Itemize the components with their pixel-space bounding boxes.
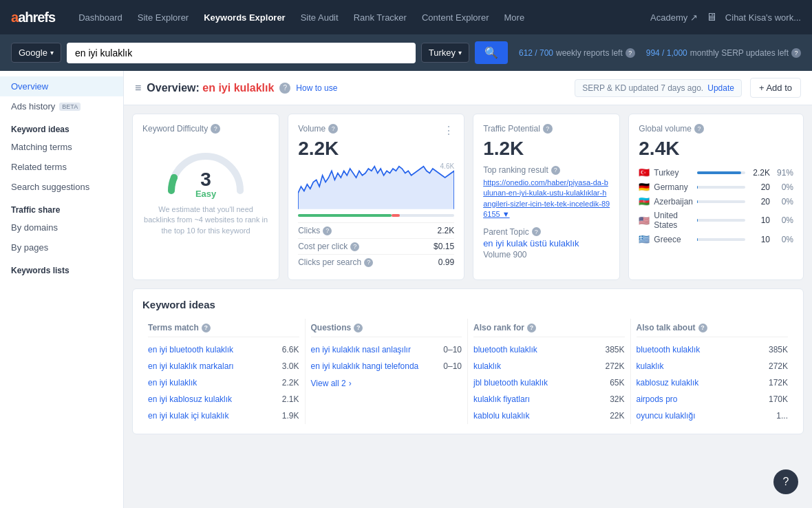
ki-value-3-4: 1... xyxy=(776,411,788,421)
ki-value-2-4: 22K xyxy=(610,411,624,421)
cps-help[interactable]: ? xyxy=(364,258,373,267)
ki-value-2-2: 65K xyxy=(610,378,624,388)
sidebar-item-ads-history[interactable]: Ads history BETA xyxy=(0,96,123,116)
nav-site-audit[interactable]: Site Audit xyxy=(294,8,345,27)
ki-link-2-2[interactable]: jbl bluetooth kulaklık xyxy=(473,378,548,388)
nav-content-explorer[interactable]: Content Explorer xyxy=(415,8,496,27)
page-header: ≡ Overview: en iyi kulaklık ? How to use… xyxy=(124,71,812,105)
kd-help-icon[interactable]: ? xyxy=(211,124,220,134)
country-bar-container-1 xyxy=(697,186,745,189)
clicks-help[interactable]: ? xyxy=(323,226,332,235)
sidebar-item-overview[interactable]: Overview xyxy=(0,76,123,96)
keyword-ideas-grid: Terms match ? en iyi bluetooth kulaklık … xyxy=(142,319,793,424)
ki-header-help-0[interactable]: ? xyxy=(202,324,211,332)
weekly-value: 612 / 700 xyxy=(519,48,553,58)
search-bar: Google ▾ Turkey ▾ 🔍 612 / 700 weekly rep… xyxy=(0,34,812,71)
ki-link-0-0[interactable]: en iyi bluetooth kulaklık xyxy=(148,345,233,354)
gv-value: 2.4K xyxy=(639,138,793,160)
ranking-url-link[interactable]: https://onedio.com/haber/piyasa-da-bulun… xyxy=(483,178,610,220)
ki-link-2-0[interactable]: bluetooth kulaklık xyxy=(473,345,537,354)
country-name-1: Germany xyxy=(654,182,693,192)
keyword-ideas-section: Keyword ideas Terms match ? en iyi bluet… xyxy=(132,288,804,434)
cpc-help[interactable]: ? xyxy=(350,242,359,251)
ki-row-3-1: kulaklık 272K xyxy=(637,358,789,374)
ki-link-2-1[interactable]: kulaklık xyxy=(473,361,501,371)
country-flag-3: 🇺🇸 xyxy=(639,215,650,226)
nav-dashboard[interactable]: Dashboard xyxy=(72,8,129,27)
nav-academy[interactable]: Academy ↗ xyxy=(650,12,698,23)
ki-link-0-1[interactable]: en iyi kulaklık markaları xyxy=(148,361,234,371)
kd-note: We estimate that you'll need backlinks f… xyxy=(142,204,269,236)
sidebar-item-related-terms[interactable]: Related terms xyxy=(0,157,123,177)
ki-link-0-3[interactable]: en iyi kablosuz kulaklık xyxy=(148,394,232,404)
volume-menu-dots[interactable]: ⋮ xyxy=(443,124,454,137)
weekly-stat: 612 / 700 weekly reports left ? xyxy=(519,48,635,58)
ki-value-3-3: 170K xyxy=(769,394,788,404)
country-vol-0: 2.2K xyxy=(749,168,770,178)
volume-help-icon[interactable]: ? xyxy=(328,124,338,134)
country-name-4: Greece xyxy=(654,235,693,244)
ki-view-all-1[interactable]: View all 2 › xyxy=(311,379,462,388)
ki-link-3-0[interactable]: bluetooth kulaklık xyxy=(637,345,701,354)
monthly-help[interactable]: ? xyxy=(791,48,801,58)
nav-more[interactable]: More xyxy=(498,8,532,27)
nav-user[interactable]: Cihat Kisa's work... xyxy=(725,12,801,23)
hamburger-icon[interactable]: ≡ xyxy=(135,82,141,94)
ki-link-3-3[interactable]: airpods pro xyxy=(637,394,678,404)
ki-link-1-0[interactable]: en iyi kulaklık nasıl anlaşılır xyxy=(311,345,411,354)
ki-link-1-1[interactable]: en iyi kulaklık hangi telefonda xyxy=(311,361,419,371)
parent-topic-link[interactable]: en iyi kulak üstü kulaklık xyxy=(483,238,610,248)
volume-card: Volume ? ⋮ 2.2K 4.6K xyxy=(288,114,464,280)
ki-row-3-0: bluetooth kulaklık 385K xyxy=(637,341,789,358)
sidebar-item-by-pages[interactable]: By pages xyxy=(0,237,123,257)
search-input[interactable] xyxy=(67,43,416,63)
ki-column-0: Terms match ? en iyi bluetooth kulaklık … xyxy=(142,319,306,424)
sidebar-item-search-suggestions[interactable]: Search suggestions xyxy=(0,177,123,197)
country-chevron: ▾ xyxy=(458,49,462,56)
country-select[interactable]: Turkey ▾ xyxy=(421,43,469,63)
ki-value-3-2: 172K xyxy=(769,378,788,388)
engine-select[interactable]: Google ▾ xyxy=(11,43,61,63)
ki-link-2-4[interactable]: kablolu kulaklık xyxy=(473,411,529,421)
gv-label: Global volume ? xyxy=(639,124,793,134)
country-name-3: United States xyxy=(654,211,693,230)
page-header-left: ≡ Overview: en iyi kulaklık ? How to use xyxy=(135,82,337,94)
country-bar-4 xyxy=(697,238,698,241)
add-to-button[interactable]: + Add to xyxy=(750,78,801,98)
page-help-icon[interactable]: ? xyxy=(279,83,290,94)
ki-value-1-0: 0–10 xyxy=(443,345,462,354)
sidebar-item-matching-terms[interactable]: Matching terms xyxy=(0,137,123,157)
ki-link-3-2[interactable]: kablosuz kulaklık xyxy=(637,378,699,388)
tp-help-icon[interactable]: ? xyxy=(543,124,553,134)
tp-value: 1.2K xyxy=(483,138,610,160)
nav-keywords-explorer[interactable]: Keywords Explorer xyxy=(197,8,292,27)
country-row: 🇩🇪 Germany 20 0% xyxy=(639,180,793,194)
float-help-button[interactable]: ? xyxy=(773,469,798,494)
update-link[interactable]: Update xyxy=(707,83,734,93)
country-row: 🇺🇸 United States 10 0% xyxy=(639,209,793,232)
country-bar-2 xyxy=(697,200,698,203)
ki-link-0-2[interactable]: en iyi kulaklık xyxy=(148,378,197,388)
cpc-value: $0.15 xyxy=(434,242,454,251)
ki-header-help-1[interactable]: ? xyxy=(354,324,363,332)
nav-site-explorer[interactable]: Site Explorer xyxy=(131,8,195,27)
top-ranking-help[interactable]: ? xyxy=(551,166,560,175)
svg-text:3: 3 xyxy=(200,169,211,190)
ki-link-2-3[interactable]: kulaklık fiyatları xyxy=(473,394,530,404)
weekly-help[interactable]: ? xyxy=(626,48,635,58)
sidebar-section-keyword-ideas: Keyword ideas xyxy=(0,116,123,137)
ki-link-0-4[interactable]: en iyi kulak içi kulaklık xyxy=(148,411,228,421)
nav-rank-tracker[interactable]: Rank Tracker xyxy=(347,8,414,27)
ki-value-3-0: 385K xyxy=(769,345,788,354)
ki-link-3-1[interactable]: kulaklık xyxy=(637,361,664,371)
volume-value: 2.2K xyxy=(298,138,454,160)
search-button[interactable]: 🔍 xyxy=(475,41,508,64)
logo[interactable]: aahrefs xyxy=(11,10,55,25)
ki-header-help-3[interactable]: ? xyxy=(698,324,707,332)
ki-link-3-4[interactable]: oyuncu kulaklığı xyxy=(637,411,696,421)
gv-help-icon[interactable]: ? xyxy=(694,124,704,134)
ki-header-help-2[interactable]: ? xyxy=(527,324,536,332)
sidebar-item-by-domains[interactable]: By domains xyxy=(0,218,123,237)
parent-topic-help[interactable]: ? xyxy=(532,227,541,236)
how-to-use-link[interactable]: How to use xyxy=(296,83,337,93)
